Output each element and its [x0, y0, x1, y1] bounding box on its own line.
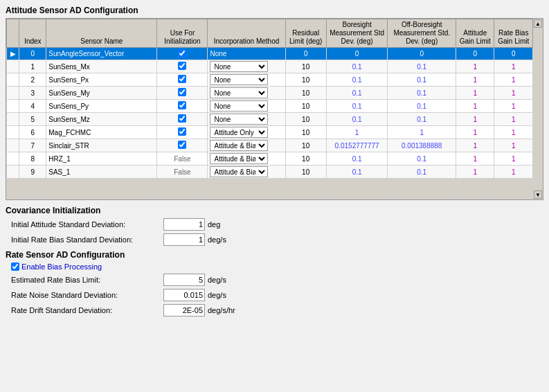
row-index: 0 [19, 48, 46, 60]
row-rate-gain: 0 [494, 48, 533, 60]
drift-label: Rate Drift Standard Deviation: [11, 306, 163, 314]
row-boresight: 0.1 [326, 73, 388, 87]
inc-method-select[interactable]: NoneAttitude OnlyAttitude & Bias [210, 100, 268, 112]
row-inc-method[interactable]: NoneAttitude OnlyAttitude & Bias [208, 87, 285, 100]
row-boresight: 0.1 [326, 166, 388, 179]
inc-method-select[interactable]: NoneAttitude OnlyAttitude & Bias [210, 114, 268, 125]
covariance-section: Covariance Initialization Initial Attitu… [6, 206, 543, 246]
row-att-gain: 1 [456, 87, 494, 100]
row-rate-gain: 1 [494, 113, 533, 126]
est-rate-bias-label: Estimated Rate Bias Limit: [11, 276, 163, 284]
row-offboresight: 0.1 [388, 73, 456, 87]
row-use-init[interactable]: False [157, 166, 208, 179]
row-residual: 10 [285, 73, 326, 87]
use-init-checkbox[interactable] [178, 141, 186, 149]
drift-unit: deg/s/hr [208, 306, 235, 314]
row-inc-method[interactable]: NoneAttitude OnlyAttitude & Bias [208, 60, 285, 73]
row-sensor-name: SunSens_My [46, 87, 157, 100]
row-att-gain: 1 [456, 60, 494, 73]
row-index: 4 [19, 100, 46, 113]
row-inc-method[interactable]: NoneAttitude OnlyAttitude & Bias [208, 152, 285, 166]
row-residual: 10 [285, 139, 326, 152]
row-rate-gain: 1 [494, 126, 533, 139]
inc-method-select[interactable]: NoneAttitude OnlyAttitude & Bias [210, 166, 268, 177]
row-use-init[interactable] [157, 60, 208, 73]
row-sensor-name: HRZ_1 [46, 152, 157, 166]
enable-bias-label[interactable]: Enable Bias Processing [21, 262, 102, 271]
row-use-init[interactable] [157, 48, 208, 60]
inc-method-select[interactable]: NoneAttitude OnlyAttitude & Bias [210, 140, 268, 151]
row-rate-gain: 1 [494, 139, 533, 152]
row-inc-method[interactable]: NoneAttitude OnlyAttitude & Bias [208, 100, 285, 113]
row-arrow-cell [7, 126, 19, 139]
row-use-init[interactable] [157, 113, 208, 126]
att-std-dev-label: Initial Attitude Standard Deviation: [11, 220, 163, 229]
rate-std-dev-unit: deg/s [208, 235, 226, 244]
table-empty-row [7, 179, 533, 199]
est-rate-bias-input[interactable] [163, 274, 205, 286]
rate-std-dev-input[interactable] [163, 233, 205, 246]
att-std-dev-input[interactable] [163, 218, 205, 231]
row-boresight: 0.1 [326, 113, 388, 126]
row-inc-method[interactable]: NoneAttitude OnlyAttitude & Bias [208, 113, 285, 126]
scroll-down-button[interactable]: ▼ [534, 190, 542, 199]
row-inc-method[interactable]: NoneAttitude OnlyAttitude & Bias [208, 126, 285, 139]
inc-method-select[interactable]: NoneAttitude OnlyAttitude & Bias [210, 127, 268, 138]
rate-noise-input[interactable] [163, 289, 205, 301]
use-init-checkbox[interactable] [178, 75, 186, 83]
row-boresight: 0.1 [326, 60, 388, 73]
row-offboresight: 1 [388, 126, 456, 139]
row-arrow-cell [7, 152, 19, 166]
row-use-init[interactable] [157, 100, 208, 113]
row-att-gain: 1 [456, 139, 494, 152]
inc-method-select[interactable]: NoneAttitude OnlyAttitude & Bias [210, 87, 268, 98]
attitude-section-title: Attitude Sensor AD Configuration [6, 6, 543, 15]
row-boresight: 0.1 [326, 87, 388, 100]
row-inc-method[interactable]: None [208, 48, 285, 60]
row-use-init[interactable] [157, 139, 208, 152]
row-boresight: 0.0152777777 [326, 139, 388, 152]
row-arrow-cell [7, 100, 19, 113]
use-init-checkbox[interactable] [178, 114, 186, 123]
row-use-init[interactable] [157, 87, 208, 100]
inc-method-select[interactable]: NoneAttitude OnlyAttitude & Bias [210, 153, 268, 164]
residual-header: Residual Limit (deg) [285, 19, 326, 48]
row-sensor-name: SunSens_Px [46, 73, 157, 87]
row-offboresight: 0.1 [388, 100, 456, 113]
row-sensor-name: SunSens_Mz [46, 113, 157, 126]
use-init-checkbox[interactable] [178, 88, 186, 96]
row-arrow-cell [7, 73, 19, 87]
row-inc-method[interactable]: NoneAttitude OnlyAttitude & Bias [208, 166, 285, 179]
row-inc-method[interactable]: NoneAttitude OnlyAttitude & Bias [208, 73, 285, 87]
enable-bias-checkbox[interactable] [11, 262, 19, 271]
row-offboresight: 0.1 [388, 166, 456, 179]
row-residual: 10 [285, 126, 326, 139]
row-use-init[interactable]: False [157, 152, 208, 166]
inc-method-select[interactable]: NoneAttitude OnlyAttitude & Bias [210, 74, 268, 85]
rate-std-dev-row: Initial Rate Bias Standard Deviation: de… [11, 233, 543, 246]
row-index: 5 [19, 113, 46, 126]
scroll-up-button[interactable]: ▲ [534, 19, 542, 28]
table-row: 9SAS_1FalseNoneAttitude OnlyAttitude & B… [7, 166, 533, 179]
row-sensor-name: Mag_FCHMC [46, 126, 157, 139]
row-use-init[interactable] [157, 73, 208, 87]
att-std-dev-row: Initial Attitude Standard Deviation: deg [11, 218, 543, 231]
main-container: Attitude Sensor AD Configuration Index S… [0, 0, 549, 325]
table-row: 1SunSens_MxNoneAttitude OnlyAttitude & B… [7, 60, 533, 73]
table-row: 2SunSens_PxNoneAttitude OnlyAttitude & B… [7, 73, 533, 87]
row-sensor-name: SunSens_Py [46, 100, 157, 113]
drift-input[interactable] [163, 304, 205, 317]
inc-method-select[interactable]: NoneAttitude OnlyAttitude & Bias [210, 61, 268, 72]
use-init-checkbox[interactable] [178, 49, 186, 57]
use-init-checkbox[interactable] [178, 62, 186, 70]
table-wrapper: Index Sensor Name Use For Initialization… [6, 19, 543, 199]
attitude-table: Index Sensor Name Use For Initialization… [6, 19, 533, 199]
row-inc-method[interactable]: NoneAttitude OnlyAttitude & Bias [208, 139, 285, 152]
row-sensor-name: SunAngleSensor_Vector [46, 48, 157, 60]
row-att-gain: 1 [456, 166, 494, 179]
row-boresight: 0 [326, 48, 388, 60]
use-init-checkbox[interactable] [178, 127, 186, 136]
row-use-init[interactable] [157, 126, 208, 139]
use-init-checkbox[interactable] [178, 101, 186, 109]
row-index: 2 [19, 73, 46, 87]
